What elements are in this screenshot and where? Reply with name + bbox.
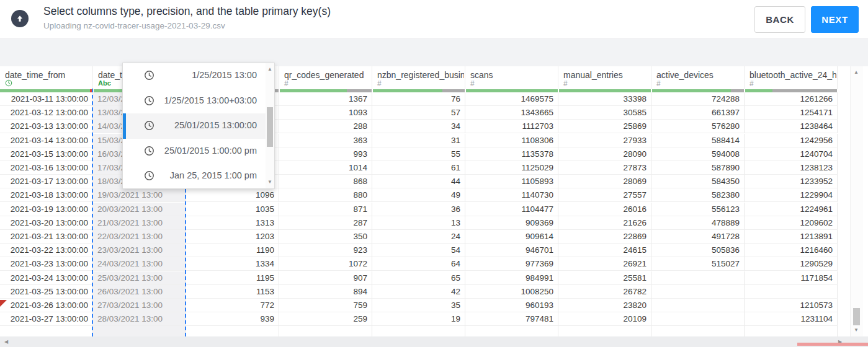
vertical-scrollbar[interactable]: ▲ ▼ [850,66,863,336]
table-cell: 1105893 [465,175,558,188]
table-cell: 772 [186,299,279,312]
table-cell: 1240704 [745,147,838,161]
option-label: 1/25/2015 13:00+03:00 [164,95,257,105]
table-cell: 1242956 [745,134,838,147]
table-cell [279,326,372,336]
clock-icon [144,95,154,108]
table-cell: 2021-03-14 13:00:00 [0,134,93,147]
column-name: bluetooth_active_24_hr_ [749,70,836,80]
table-cell: 22/03/2021 13:00 [93,230,186,244]
option-label: Jan 25, 2015 1:00 pm [170,170,257,180]
scroll-down-icon[interactable]: ▼ [267,180,272,185]
table-cell [558,326,651,336]
column-header-scans[interactable]: scans# [465,66,558,89]
vertical-scroll-thumb[interactable] [853,308,860,325]
table-cell: 31 [372,134,465,147]
column-header-active_devices[interactable]: active_devices# [651,66,745,89]
table-cell: 36 [372,203,465,216]
table-cell: 34 [372,120,465,133]
table-cell: 587890 [651,161,745,175]
table-cell: 2021-03-11 13:00:00 [0,92,93,106]
column-header-qr_codes_generated[interactable]: qr_codes_generated# [279,66,372,89]
horizontal-scrollbar[interactable]: ◀ ▶ [0,336,868,347]
table-cell: 2021-03-22 13:00:00 [0,244,93,257]
option-label: 25/01/2015 13:00:00 [174,120,257,130]
dropdown-option-selected[interactable]: 25/01/2015 13:00:00 [123,113,266,139]
table-cell: 594008 [651,147,745,161]
table-cell: 505836 [651,244,745,257]
table-cell: 2021-03-21 13:00:00 [0,230,93,244]
error-corner-marker [0,300,7,307]
scroll-left-icon[interactable]: ◀ [4,340,8,345]
next-button[interactable]: NEXT [811,6,859,33]
scroll-down-icon[interactable]: ▼ [854,328,859,333]
table-cell [372,326,465,336]
upload-filename: Uploading nz-covid-tracer-usage-2021-03-… [43,21,225,30]
table-cell [745,285,838,299]
column-header-date_time_from[interactable]: date_time_from [0,66,93,89]
table-cell: 27873 [558,161,651,175]
table-cell: 894 [279,285,372,299]
table-cell: 13 [372,216,465,230]
table-cell: 21/03/2021 13:00 [93,216,186,230]
page-title: Select columns type, precision, and the … [43,5,331,18]
scroll-up-icon[interactable]: ▲ [854,70,859,75]
table-cell: 1233952 [745,175,838,188]
table-cell: 2021-03-13 13:00:00 [0,120,93,133]
column-name: date_time_from [5,70,65,80]
column-header-manual_entries[interactable]: manual_entries# [558,66,651,89]
table-cell: 288 [279,120,372,133]
table-cell: 582380 [651,188,745,202]
column-header-nzbn_registered_busine[interactable]: nzbn_registered_busine# [372,66,465,89]
table-cell: 24615 [558,244,651,257]
table-cell: 2021-03-12 13:00:00 [0,106,93,120]
table-cell: 26921 [558,257,651,271]
table-cell: 27557 [558,188,651,202]
table-cell: 797481 [465,312,558,326]
table-cell: 1072 [279,257,372,271]
table-cell: 759 [279,299,372,312]
table-cell [651,271,745,285]
table-cell [745,326,838,336]
column-header-bluetooth_active_24_hr_[interactable]: bluetooth_active_24_hr_# [745,66,838,89]
table-cell: 1203 [186,230,279,244]
table-cell: 1229904 [745,188,838,202]
table-cell [651,299,745,312]
column-name: manual_entries [563,70,623,80]
table-cell: 1171854 [745,271,838,285]
dropdown-scroll-thumb[interactable] [267,107,273,147]
table-cell: 909614 [465,230,558,244]
table-cell: 2021-03-23 13:00:00 [0,257,93,271]
table-cell: 1334 [186,257,279,271]
table-cell: 478889 [651,216,745,230]
table-cell: 26/03/2021 13:00 [93,285,186,299]
dropdown-option[interactable]: 25/01/2015 1:00:00 pm [123,139,266,164]
dropdown-option[interactable]: Jan 25, 2015 1:00 pm [123,164,266,189]
table-cell: 1224961 [745,203,838,216]
dropdown-option[interactable]: 1/25/2015 13:00 [123,63,266,89]
selected-column-left-border [92,89,93,336]
table-cell: 907 [279,271,372,285]
table-cell: 946701 [465,244,558,257]
table-cell [651,312,745,326]
table-cell: 57 [372,106,465,120]
table-cell: 880 [279,188,372,202]
column-type-indicator [5,79,12,88]
dropdown-scrollbar[interactable]: ▲ ▼ [266,63,274,188]
column-type-indicator: # [284,79,289,88]
dropdown-option[interactable]: 1/25/2015 13:00+03:00 [123,89,266,114]
table-cell: 960193 [465,299,558,312]
table-cell: 28069 [558,175,651,188]
table-cell: 1254171 [745,106,838,120]
table-cell: 33398 [558,92,651,106]
table-cell: 576280 [651,120,745,133]
table-cell: 24 [372,230,465,244]
table-cell: 27/03/2021 13:00 [93,299,186,312]
scroll-up-icon[interactable]: ▲ [267,67,272,72]
table-cell: 1014 [279,161,372,175]
column-type-indicator: # [377,79,382,88]
table-cell: 1343665 [465,106,558,120]
table-cell: 25/03/2021 13:00 [93,271,186,285]
back-button[interactable]: BACK [754,6,805,33]
table-cell: 977369 [465,257,558,271]
